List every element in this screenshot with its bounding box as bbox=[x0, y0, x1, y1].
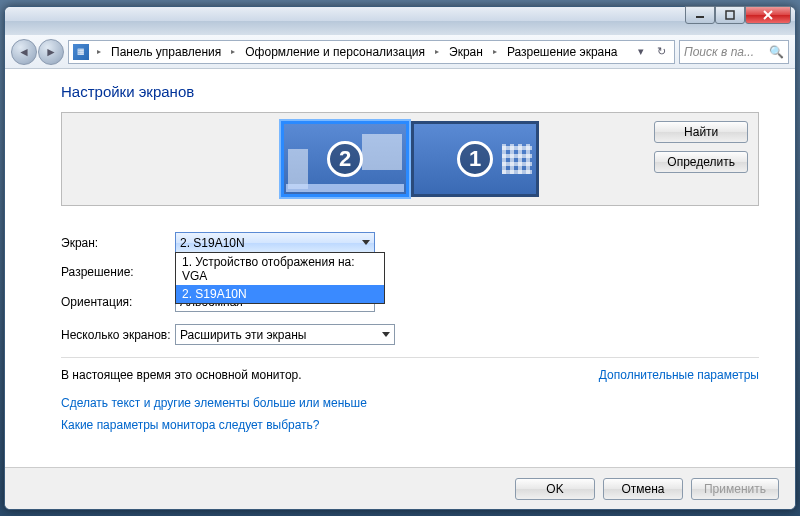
breadcrumb-item[interactable]: Разрешение экрана bbox=[505, 43, 620, 61]
screen-dropdown[interactable]: 2. S19A10N 1. Устройство отображения на:… bbox=[175, 232, 375, 253]
breadcrumb-item[interactable]: Экран bbox=[447, 43, 485, 61]
chevron-right-icon: ▸ bbox=[227, 47, 239, 56]
content-area: Настройки экранов 2 1 Найти Определить bbox=[5, 69, 795, 467]
breadcrumb-item[interactable]: Оформление и персонализация bbox=[243, 43, 427, 61]
orientation-label: Ориентация: bbox=[61, 295, 175, 309]
forward-button[interactable]: ► bbox=[38, 39, 64, 65]
back-button[interactable]: ◄ bbox=[11, 39, 37, 65]
titlebar[interactable] bbox=[5, 7, 795, 35]
screen-row: Экран: 2. S19A10N 1. Устройство отображе… bbox=[61, 232, 759, 253]
status-row: В настоящее время это основной монитор. … bbox=[61, 368, 759, 382]
chevron-down-icon bbox=[362, 240, 370, 245]
chevron-down-icon[interactable]: ▾ bbox=[632, 43, 650, 61]
monitor-number: 2 bbox=[327, 141, 363, 177]
dropdown-option[interactable]: 2. S19A10N bbox=[176, 285, 384, 303]
search-input[interactable]: Поиск в па... 🔍 bbox=[679, 40, 789, 64]
ok-button[interactable]: OK bbox=[515, 478, 595, 500]
advanced-settings-link[interactable]: Дополнительные параметры bbox=[599, 368, 759, 382]
monitor-preview-panel: 2 1 Найти Определить bbox=[61, 112, 759, 206]
text-size-link[interactable]: Сделать текст и другие элементы больше и… bbox=[61, 396, 367, 410]
nav-arrows: ◄ ► bbox=[11, 39, 64, 65]
multiple-screens-dropdown[interactable]: Расширить эти экраны bbox=[175, 324, 395, 345]
close-button[interactable] bbox=[745, 6, 791, 24]
search-placeholder: Поиск в па... bbox=[684, 45, 754, 59]
monitor-1[interactable]: 1 bbox=[411, 121, 539, 197]
apply-button: Применить bbox=[691, 478, 779, 500]
footer: OK Отмена Применить bbox=[5, 467, 795, 509]
find-button[interactable]: Найти bbox=[654, 121, 748, 143]
window-buttons bbox=[685, 12, 791, 30]
screen-label: Экран: bbox=[61, 236, 175, 250]
screen-dropdown-display: 2. S19A10N bbox=[175, 232, 375, 253]
breadcrumb-item[interactable]: Панель управления bbox=[109, 43, 223, 61]
address-bar[interactable]: ▦ ▸ Панель управления ▸ Оформление и пер… bbox=[68, 40, 675, 64]
chevron-right-icon: ▸ bbox=[93, 47, 105, 56]
identify-button[interactable]: Определить bbox=[654, 151, 748, 173]
refresh-icon[interactable]: ↻ bbox=[652, 43, 670, 61]
svg-rect-1 bbox=[726, 11, 734, 19]
panel-buttons: Найти Определить bbox=[654, 121, 748, 173]
chevron-right-icon: ▸ bbox=[489, 47, 501, 56]
page-title: Настройки экранов bbox=[61, 83, 759, 100]
search-icon: 🔍 bbox=[769, 45, 784, 59]
primary-monitor-text: В настоящее время это основной монитор. bbox=[61, 368, 302, 382]
monitor-2[interactable]: 2 bbox=[281, 121, 409, 197]
multiple-screens-row: Несколько экранов: Расширить эти экраны bbox=[61, 324, 759, 345]
resolution-row: Разрешение: bbox=[61, 265, 759, 279]
dropdown-option[interactable]: 1. Устройство отображения на: VGA bbox=[176, 253, 384, 285]
monitor-help-link[interactable]: Какие параметры монитора следует выбрать… bbox=[61, 418, 320, 432]
maximize-button[interactable] bbox=[715, 6, 745, 24]
chevron-down-icon bbox=[382, 332, 390, 337]
cancel-button[interactable]: Отмена bbox=[603, 478, 683, 500]
divider bbox=[61, 357, 759, 358]
monitors: 2 1 bbox=[281, 121, 539, 197]
chevron-right-icon: ▸ bbox=[431, 47, 443, 56]
multiple-screens-label: Несколько экранов: bbox=[61, 328, 175, 342]
resolution-label: Разрешение: bbox=[61, 265, 175, 279]
multiple-screens-dropdown-display: Расширить эти экраны bbox=[175, 324, 395, 345]
orientation-row: Ориентация: Альбомная bbox=[61, 291, 759, 312]
screen-dropdown-list: 1. Устройство отображения на: VGA 2. S19… bbox=[175, 252, 385, 304]
monitor-number: 1 bbox=[457, 141, 493, 177]
control-panel-icon: ▦ bbox=[73, 44, 89, 60]
window: ◄ ► ▦ ▸ Панель управления ▸ Оформление и… bbox=[4, 6, 796, 510]
navbar: ◄ ► ▦ ▸ Панель управления ▸ Оформление и… bbox=[5, 35, 795, 69]
minimize-button[interactable] bbox=[685, 6, 715, 24]
